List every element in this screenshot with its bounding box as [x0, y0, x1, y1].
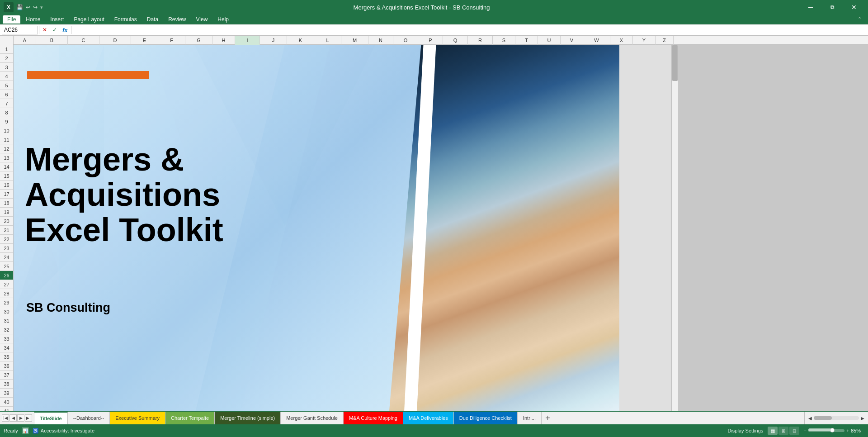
- col-header-m[interactable]: M: [341, 36, 368, 45]
- ribbon-collapse-button[interactable]: ⌃: [854, 16, 865, 22]
- ribbon-tab-formulas[interactable]: Formulas: [110, 15, 142, 24]
- col-header-s[interactable]: S: [493, 36, 515, 45]
- minimize-button[interactable]: ─: [800, 0, 821, 14]
- zoom-level-label[interactable]: 85%: [851, 428, 864, 433]
- row-num-13[interactable]: 13: [0, 153, 13, 162]
- insert-function-icon[interactable]: fx: [60, 27, 70, 33]
- ribbon-tab-help[interactable]: Help: [213, 15, 233, 24]
- normal-view-button[interactable]: ▦: [768, 427, 778, 435]
- sheet-tab-dashboard[interactable]: --Dashboard--: [68, 412, 110, 424]
- ribbon-tab-home[interactable]: Home: [21, 15, 45, 24]
- row-num-26[interactable]: 26: [0, 271, 13, 280]
- row-num-16[interactable]: 16: [0, 180, 13, 190]
- col-header-u[interactable]: U: [538, 36, 561, 45]
- cancel-formula-icon[interactable]: ✕: [40, 27, 49, 33]
- quick-access-save[interactable]: 💾: [16, 4, 23, 10]
- row-num-21[interactable]: 21: [0, 226, 13, 235]
- quick-access-redo[interactable]: ↪: [33, 4, 38, 10]
- col-header-g[interactable]: G: [185, 36, 212, 45]
- col-header-n[interactable]: N: [368, 36, 393, 45]
- sheet-tab-executive-summary[interactable]: Executive Summary: [110, 412, 165, 424]
- row-num-38[interactable]: 38: [0, 380, 13, 389]
- col-header-k[interactable]: K: [287, 36, 314, 45]
- row-num-17[interactable]: 17: [0, 190, 13, 199]
- col-header-p[interactable]: P: [418, 36, 443, 45]
- row-num-39[interactable]: 39: [0, 389, 13, 398]
- row-num-8[interactable]: 8: [0, 108, 13, 117]
- close-button[interactable]: ✕: [844, 0, 864, 14]
- ribbon-tab-file[interactable]: File: [3, 15, 20, 24]
- formula-input[interactable]: [72, 27, 866, 33]
- col-header-w[interactable]: W: [583, 36, 610, 45]
- row-num-2[interactable]: 2: [0, 54, 13, 63]
- row-num-41[interactable]: 41: [0, 407, 13, 411]
- row-num-30[interactable]: 30: [0, 307, 13, 316]
- sheet-tab-intro[interactable]: Intr ...: [518, 412, 542, 424]
- row-num-27[interactable]: 27: [0, 280, 13, 289]
- confirm-formula-icon[interactable]: ✓: [50, 27, 59, 33]
- sheet-tab-gantt[interactable]: Merger Gantt Schedule: [281, 412, 344, 424]
- row-num-14[interactable]: 14: [0, 162, 13, 171]
- ribbon-tab-page-layout[interactable]: Page Layout: [69, 15, 108, 24]
- zoom-in-button[interactable]: +: [846, 428, 849, 433]
- row-num-28[interactable]: 28: [0, 289, 13, 298]
- row-num-18[interactable]: 18: [0, 199, 13, 208]
- col-header-o[interactable]: O: [393, 36, 418, 45]
- row-num-10[interactable]: 10: [0, 126, 13, 135]
- col-header-h[interactable]: H: [212, 36, 235, 45]
- row-num-25[interactable]: 25: [0, 262, 13, 271]
- tab-last-button[interactable]: ▶|: [25, 414, 32, 422]
- col-header-b[interactable]: B: [36, 36, 68, 45]
- row-num-1[interactable]: 1: [0, 45, 13, 54]
- h-scrollbar-track[interactable]: [814, 416, 859, 420]
- col-header-x[interactable]: X: [610, 36, 633, 45]
- row-num-19[interactable]: 19: [0, 208, 13, 217]
- row-num-23[interactable]: 23: [0, 244, 13, 253]
- sheet-tab-titleslide[interactable]: TitleSlide: [34, 412, 68, 424]
- row-num-22[interactable]: 22: [0, 235, 13, 244]
- ribbon-tab-data[interactable]: Data: [142, 15, 163, 24]
- display-settings-button[interactable]: Display Settings: [727, 428, 763, 433]
- col-header-v[interactable]: V: [561, 36, 583, 45]
- sheet-tab-culture[interactable]: M&A Culture Mapping: [344, 412, 403, 424]
- h-scroll-left[interactable]: ◀: [808, 416, 812, 421]
- col-header-q[interactable]: Q: [443, 36, 468, 45]
- vertical-scrollbar-thumb[interactable]: [672, 45, 678, 81]
- row-num-15[interactable]: 15: [0, 171, 13, 180]
- restore-button[interactable]: ⧉: [822, 0, 843, 14]
- row-num-6[interactable]: 6: [0, 90, 13, 99]
- row-num-33[interactable]: 33: [0, 334, 13, 343]
- zoom-slider-thumb[interactable]: [830, 428, 835, 432]
- col-header-c[interactable]: C: [68, 36, 99, 45]
- status-workbook-icon[interactable]: 📊: [22, 427, 29, 434]
- col-header-d[interactable]: D: [99, 36, 131, 45]
- page-layout-view-button[interactable]: ⊞: [778, 427, 788, 435]
- col-header-a[interactable]: A: [14, 36, 36, 45]
- accessibility-investigate[interactable]: ♿ Accessibility: Investigate: [33, 428, 94, 434]
- row-num-36[interactable]: 36: [0, 361, 13, 370]
- tab-first-button[interactable]: |◀: [2, 414, 9, 422]
- page-break-view-button[interactable]: ⊟: [789, 427, 799, 435]
- sheet-tab-merger-timeline[interactable]: Merger Timeline (simple): [215, 412, 281, 424]
- vertical-scrollbar[interactable]: [671, 45, 678, 411]
- row-num-29[interactable]: 29: [0, 298, 13, 307]
- row-num-9[interactable]: 9: [0, 117, 13, 126]
- col-header-t[interactable]: T: [515, 36, 538, 45]
- sheet-tab-deliverables[interactable]: M&A Deliverables: [403, 412, 454, 424]
- row-num-3[interactable]: 3: [0, 63, 13, 72]
- col-header-e[interactable]: E: [131, 36, 158, 45]
- h-scrollbar-thumb[interactable]: [814, 416, 832, 420]
- ribbon-tab-insert[interactable]: Insert: [46, 15, 68, 24]
- row-num-34[interactable]: 34: [0, 343, 13, 352]
- h-scroll-right[interactable]: ▶: [861, 416, 864, 421]
- col-header-j[interactable]: J: [260, 36, 287, 45]
- row-num-31[interactable]: 31: [0, 316, 13, 325]
- zoom-slider[interactable]: [808, 429, 844, 432]
- quick-access-undo[interactable]: ↩: [26, 4, 30, 10]
- row-num-40[interactable]: 40: [0, 398, 13, 407]
- row-num-5[interactable]: 5: [0, 81, 13, 90]
- row-num-24[interactable]: 24: [0, 253, 13, 262]
- row-num-20[interactable]: 20: [0, 217, 13, 226]
- row-num-4[interactable]: 4: [0, 72, 13, 81]
- row-num-32[interactable]: 32: [0, 325, 13, 334]
